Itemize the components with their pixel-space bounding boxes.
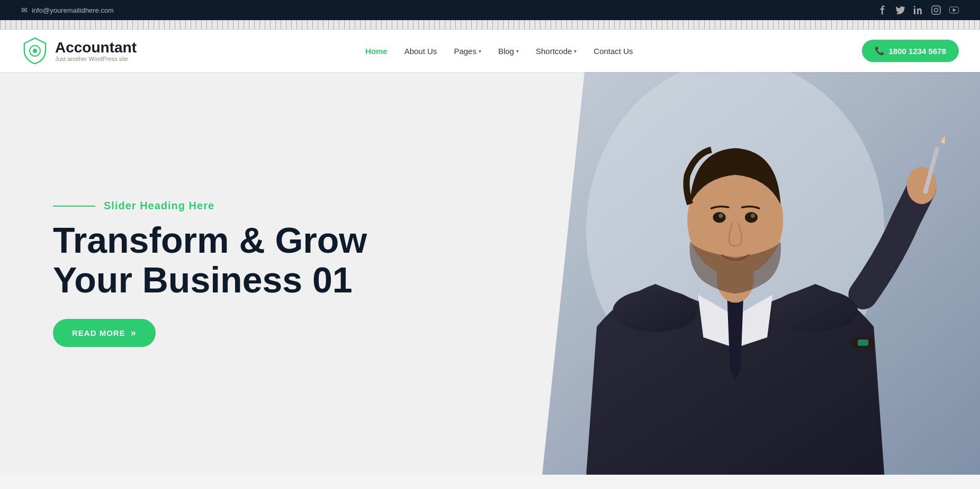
hero-section: Slider Heading Here Transform & Grow You… <box>0 72 980 475</box>
shortcode-chevron-icon: ▾ <box>574 48 577 54</box>
nav-item-shortcode[interactable]: Shortcode ▾ <box>536 47 577 56</box>
phone-icon: 📞 <box>875 46 885 56</box>
svg-point-14 <box>744 212 757 223</box>
svg-point-23 <box>772 289 858 332</box>
svg-point-3 <box>934 8 938 12</box>
read-more-label: READ MORE <box>72 328 125 337</box>
phone-button[interactable]: 📞 1800 1234 5678 <box>862 40 959 62</box>
linkedin-icon[interactable] <box>913 5 923 15</box>
svg-point-15 <box>718 214 723 218</box>
youtube-icon[interactable] <box>949 5 959 15</box>
hero-title-line2: Your Business 01 <box>53 260 353 300</box>
svg-point-1 <box>914 6 915 7</box>
svg-point-8 <box>33 49 37 53</box>
read-more-button[interactable]: READ MORE » <box>53 319 156 347</box>
slider-heading-line: Slider Heading Here <box>53 200 458 212</box>
twitter-icon[interactable] <box>895 5 905 15</box>
pages-chevron-icon: ▾ <box>479 48 481 54</box>
hero-title-line1: Transform & Grow <box>53 220 367 260</box>
svg-rect-21 <box>858 340 868 346</box>
social-icons <box>877 5 959 15</box>
instagram-icon[interactable] <box>931 5 941 15</box>
read-more-arrows-icon: » <box>131 327 137 339</box>
logo-text: Accountant Just another WordPress site <box>55 40 137 63</box>
nav-item-contact[interactable]: Contact Us <box>594 47 633 56</box>
header: Accountant Just another WordPress site H… <box>0 30 980 72</box>
logo-shield-icon <box>21 37 49 65</box>
top-bar: ✉ info@youremailidhere.com <box>0 0 980 20</box>
blog-chevron-icon: ▾ <box>516 48 519 54</box>
logo[interactable]: Accountant Just another WordPress site <box>21 37 137 65</box>
nav-item-about[interactable]: About Us <box>404 47 437 56</box>
logo-title: Accountant <box>55 40 137 56</box>
slider-accent-line <box>53 206 95 207</box>
hero-main-title: Transform & Grow Your Business 01 <box>53 220 458 300</box>
hero-content: Slider Heading Here Transform & Grow You… <box>53 200 458 347</box>
logo-subtitle: Just another WordPress site <box>55 56 137 62</box>
svg-rect-2 <box>932 6 940 14</box>
facebook-icon[interactable] <box>877 5 887 15</box>
email-address: info@youremailidhere.com <box>32 6 114 14</box>
slider-heading: Slider Heading Here <box>104 200 214 212</box>
nav-item-pages[interactable]: Pages ▾ <box>454 47 481 56</box>
svg-marker-6 <box>953 8 956 12</box>
nav-item-home[interactable]: Home <box>365 47 388 56</box>
hero-left: Slider Heading Here Transform & Grow You… <box>0 72 490 475</box>
main-nav: Home About Us Pages ▾ Blog ▾ Shortcode ▾… <box>365 47 633 56</box>
svg-point-13 <box>713 212 725 223</box>
envelope-icon: ✉ <box>21 6 28 14</box>
hero-right-image <box>490 72 981 475</box>
top-bar-email: ✉ info@youremailidhere.com <box>21 6 114 14</box>
ruler <box>0 20 980 30</box>
svg-rect-0 <box>914 8 915 14</box>
svg-point-16 <box>750 214 754 218</box>
svg-point-4 <box>938 7 939 8</box>
svg-point-22 <box>613 289 698 332</box>
nav-item-blog[interactable]: Blog ▾ <box>498 47 519 56</box>
phone-number: 1800 1234 5678 <box>889 47 946 56</box>
